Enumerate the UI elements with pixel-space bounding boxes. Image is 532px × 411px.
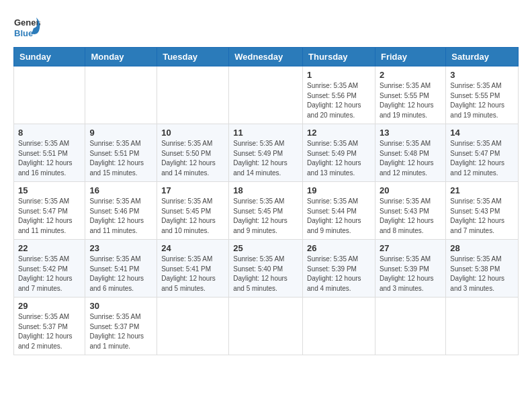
day-number: 21 [450, 185, 514, 195]
day-info: Sunrise: 5:35 AM Sunset: 5:40 PM Dayligh… [233, 255, 298, 293]
calendar-week-row: 15 Sunrise: 5:35 AM Sunset: 5:47 PM Dayl… [14, 182, 519, 240]
day-info: Sunrise: 5:35 AM Sunset: 5:38 PM Dayligh… [450, 255, 514, 293]
calendar-cell [157, 298, 229, 355]
calendar-cell: 2 Sunrise: 5:35 AM Sunset: 5:55 PM Dayli… [375, 66, 445, 124]
day-info: Sunrise: 5:35 AM Sunset: 5:44 PM Dayligh… [307, 197, 371, 236]
calendar-cell: 12 Sunrise: 5:35 AM Sunset: 5:49 PM Dayl… [303, 124, 375, 182]
calendar-week-row: 1 Sunrise: 5:35 AM Sunset: 5:56 PM Dayli… [14, 66, 519, 124]
day-number: 25 [233, 243, 298, 253]
calendar-cell: 11 Sunrise: 5:35 AM Sunset: 5:49 PM Dayl… [229, 124, 303, 182]
calendar-cell: 19 Sunrise: 5:35 AM Sunset: 5:44 PM Dayl… [303, 182, 375, 240]
calendar-cell [375, 298, 445, 355]
day-info: Sunrise: 5:35 AM Sunset: 5:41 PM Dayligh… [161, 255, 224, 293]
day-info: Sunrise: 5:35 AM Sunset: 5:55 PM Dayligh… [450, 81, 514, 120]
calendar-cell [14, 66, 85, 124]
day-number: 20 [380, 185, 441, 195]
day-info: Sunrise: 5:35 AM Sunset: 5:47 PM Dayligh… [18, 197, 81, 236]
calendar-cell: 3 Sunrise: 5:35 AM Sunset: 5:55 PM Dayli… [446, 66, 519, 124]
svg-text:Blue: Blue [14, 28, 33, 38]
day-info: Sunrise: 5:35 AM Sunset: 5:51 PM Dayligh… [89, 139, 152, 178]
calendar-cell: 28 Sunrise: 5:35 AM Sunset: 5:38 PM Dayl… [446, 240, 519, 298]
calendar-table: SundayMondayTuesdayWednesdayThursdayFrid… [13, 47, 519, 355]
calendar-cell: 9 Sunrise: 5:35 AM Sunset: 5:51 PM Dayli… [85, 124, 157, 182]
calendar-cell [303, 298, 375, 355]
day-info: Sunrise: 5:35 AM Sunset: 5:47 PM Dayligh… [450, 139, 514, 178]
calendar-cell: 30 Sunrise: 5:35 AM Sunset: 5:37 PM Dayl… [85, 298, 157, 355]
calendar-week-row: 8 Sunrise: 5:35 AM Sunset: 5:51 PM Dayli… [14, 124, 519, 182]
day-number: 17 [161, 185, 224, 195]
day-number: 3 [450, 70, 514, 80]
day-header-sunday: Sunday [14, 48, 85, 66]
day-info: Sunrise: 5:35 AM Sunset: 5:50 PM Dayligh… [161, 139, 224, 178]
calendar-cell: 13 Sunrise: 5:35 AM Sunset: 5:48 PM Dayl… [375, 124, 445, 182]
day-info: Sunrise: 5:35 AM Sunset: 5:49 PM Dayligh… [307, 139, 371, 178]
calendar-cell: 29 Sunrise: 5:35 AM Sunset: 5:37 PM Dayl… [14, 298, 85, 355]
day-number: 9 [89, 128, 152, 138]
day-number: 29 [18, 301, 81, 311]
calendar-cell [157, 66, 229, 124]
day-header-thursday: Thursday [303, 48, 375, 66]
calendar-cell: 22 Sunrise: 5:35 AM Sunset: 5:42 PM Dayl… [14, 240, 85, 298]
day-info: Sunrise: 5:35 AM Sunset: 5:49 PM Dayligh… [233, 139, 298, 178]
day-header-tuesday: Tuesday [157, 48, 229, 66]
calendar-cell: 1 Sunrise: 5:35 AM Sunset: 5:56 PM Dayli… [303, 66, 375, 124]
day-header-friday: Friday [375, 48, 445, 66]
calendar-header-row: SundayMondayTuesdayWednesdayThursdayFrid… [14, 48, 519, 66]
day-info: Sunrise: 5:35 AM Sunset: 5:37 PM Dayligh… [89, 312, 152, 351]
day-info: Sunrise: 5:35 AM Sunset: 5:46 PM Dayligh… [89, 197, 152, 236]
day-number: 12 [307, 128, 371, 138]
day-number: 23 [89, 243, 152, 253]
calendar-cell: 20 Sunrise: 5:35 AM Sunset: 5:43 PM Dayl… [375, 182, 445, 240]
calendar-cell [229, 298, 303, 355]
day-number: 8 [18, 128, 81, 138]
calendar-cell: 17 Sunrise: 5:35 AM Sunset: 5:45 PM Dayl… [157, 182, 229, 240]
day-number: 22 [18, 243, 81, 253]
page-header: General Blue [13, 13, 519, 43]
day-info: Sunrise: 5:35 AM Sunset: 5:43 PM Dayligh… [450, 197, 514, 236]
day-info: Sunrise: 5:35 AM Sunset: 5:45 PM Dayligh… [161, 197, 224, 236]
day-number: 10 [161, 128, 224, 138]
day-info: Sunrise: 5:35 AM Sunset: 5:39 PM Dayligh… [380, 255, 441, 293]
day-number: 14 [450, 128, 514, 138]
calendar-cell: 25 Sunrise: 5:35 AM Sunset: 5:40 PM Dayl… [229, 240, 303, 298]
calendar-cell: 15 Sunrise: 5:35 AM Sunset: 5:47 PM Dayl… [14, 182, 85, 240]
day-number: 27 [380, 243, 441, 253]
day-number: 24 [161, 243, 224, 253]
svg-text:General: General [14, 17, 40, 28]
day-info: Sunrise: 5:35 AM Sunset: 5:42 PM Dayligh… [18, 255, 81, 293]
calendar-cell: 10 Sunrise: 5:35 AM Sunset: 5:50 PM Dayl… [157, 124, 229, 182]
day-info: Sunrise: 5:35 AM Sunset: 5:45 PM Dayligh… [233, 197, 298, 236]
calendar-cell: 18 Sunrise: 5:35 AM Sunset: 5:45 PM Dayl… [229, 182, 303, 240]
day-header-monday: Monday [85, 48, 157, 66]
calendar-cell: 24 Sunrise: 5:35 AM Sunset: 5:41 PM Dayl… [157, 240, 229, 298]
calendar-cell [229, 66, 303, 124]
calendar-cell [446, 298, 519, 355]
day-info: Sunrise: 5:35 AM Sunset: 5:48 PM Dayligh… [380, 139, 441, 178]
calendar-cell: 21 Sunrise: 5:35 AM Sunset: 5:43 PM Dayl… [446, 182, 519, 240]
calendar-week-row: 22 Sunrise: 5:35 AM Sunset: 5:42 PM Dayl… [14, 240, 519, 298]
day-number: 2 [380, 70, 441, 80]
day-info: Sunrise: 5:35 AM Sunset: 5:43 PM Dayligh… [380, 197, 441, 236]
day-info: Sunrise: 5:35 AM Sunset: 5:56 PM Dayligh… [307, 81, 371, 120]
day-number: 1 [307, 70, 371, 80]
calendar-cell: 26 Sunrise: 5:35 AM Sunset: 5:39 PM Dayl… [303, 240, 375, 298]
calendar-cell: 14 Sunrise: 5:35 AM Sunset: 5:47 PM Dayl… [446, 124, 519, 182]
day-info: Sunrise: 5:35 AM Sunset: 5:55 PM Dayligh… [380, 81, 441, 120]
calendar-cell: 8 Sunrise: 5:35 AM Sunset: 5:51 PM Dayli… [14, 124, 85, 182]
calendar-cell: 23 Sunrise: 5:35 AM Sunset: 5:41 PM Dayl… [85, 240, 157, 298]
day-info: Sunrise: 5:35 AM Sunset: 5:37 PM Dayligh… [18, 312, 81, 351]
day-number: 30 [89, 301, 152, 311]
logo-svg: General Blue [13, 13, 40, 43]
calendar-cell [85, 66, 157, 124]
logo: General Blue [13, 13, 40, 43]
calendar-week-row: 29 Sunrise: 5:35 AM Sunset: 5:37 PM Dayl… [14, 298, 519, 355]
day-header-saturday: Saturday [446, 48, 519, 66]
day-info: Sunrise: 5:35 AM Sunset: 5:51 PM Dayligh… [18, 139, 81, 178]
day-number: 18 [233, 185, 298, 195]
day-number: 19 [307, 185, 371, 195]
day-number: 15 [18, 185, 81, 195]
day-header-wednesday: Wednesday [229, 48, 303, 66]
calendar-cell: 16 Sunrise: 5:35 AM Sunset: 5:46 PM Dayl… [85, 182, 157, 240]
day-info: Sunrise: 5:35 AM Sunset: 5:39 PM Dayligh… [307, 255, 371, 293]
day-number: 26 [307, 243, 371, 253]
